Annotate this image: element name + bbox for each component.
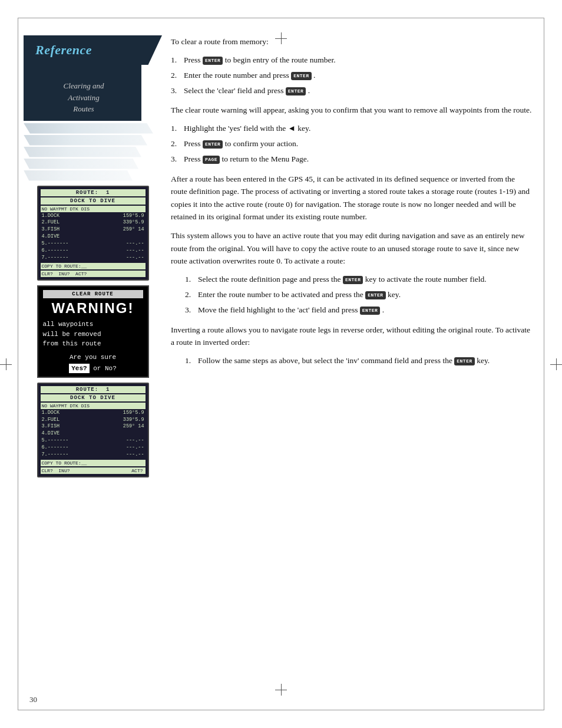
gps-row: 7.----------.--: [41, 452, 146, 459]
gps-row: 5.----------.--: [41, 241, 146, 248]
clear-step-3: 3. Select the 'clear' field and press EN…: [171, 85, 533, 97]
enter-key-badge-2: ENTER: [291, 72, 312, 80]
warning-yes: Yes?: [69, 364, 89, 373]
sidebar: Reference Clearing and Activating Routes…: [24, 0, 162, 728]
gps-col-header-2: NO WAYPMT DTK DIS: [41, 403, 146, 409]
gps-row: 3.FISH259° 14: [41, 423, 146, 430]
gps-row: 6.----------.--: [41, 248, 146, 255]
gps-screen-1: ROUTE: 1 DOCK TO DIVE NO WAYPMT DTK DIS …: [37, 186, 149, 281]
invert-intro: Inverting a route allows you to navigate…: [171, 324, 533, 349]
sidebar-subtitle: Clearing and Activating Routes: [35, 80, 132, 115]
page-key-badge: PAGE: [203, 156, 220, 164]
gps-row: 3.FISH259° 14: [41, 226, 146, 233]
gps-screen-2-subtitle: DOCK TO DIVE: [41, 394, 146, 401]
sidebar-tab: Reference: [24, 35, 162, 65]
gps-footer-2: CLR? INU? ACT?: [41, 271, 146, 277]
gps-row: 5.----------.--: [41, 437, 146, 444]
page-border-left: [18, 18, 18, 710]
warning-question: Are you sure: [43, 354, 143, 361]
clear-steps-list: 1. Press ENTER to begin entry of the rou…: [171, 54, 533, 97]
gps-screen-1-subtitle: DOCK TO DIVE: [41, 197, 146, 205]
gps-col-header-1: NO WAYPMT DTK DIS: [41, 206, 146, 212]
clear-route-intro: To clear a route from memory:: [171, 35, 533, 48]
warning-title: WARNING!: [43, 301, 143, 316]
enter-key-badge-5: ENTER: [343, 276, 363, 284]
enter-key-badge: ENTER: [203, 57, 223, 65]
activate-step-2: 2. Enter the route number to be activate…: [185, 289, 533, 301]
crosshair-right: [550, 358, 562, 370]
gps-screen-1-title: ROUTE: 1: [41, 189, 146, 196]
gps-row: 2.FUEL339°5.9: [41, 219, 146, 226]
gps-row: 4.DIVE: [41, 233, 146, 241]
activate-step-1: 1. Select the route definition page and …: [185, 274, 533, 285]
page-border-right: [544, 18, 544, 710]
enter-key-badge-8: ENTER: [454, 357, 475, 365]
crosshair-left: [0, 358, 12, 370]
warning-no: or No?: [90, 365, 117, 372]
gps-row: 1.DOCK159°5.9: [41, 410, 146, 417]
main-content: To clear a route from memory: 1. Press E…: [171, 35, 533, 693]
activate-steps-list: 1. Select the route definition page and …: [185, 274, 533, 317]
confirm-step-2: 2. Press ENTER to confirm your action.: [171, 138, 533, 150]
clear-step-2: 2. Enter the route number and press ENTE…: [171, 70, 533, 81]
confirm-step-3: 3. Press PAGE to return to the Menu Page…: [171, 153, 533, 165]
enter-key-badge-7: ENTER: [360, 307, 381, 315]
gps-footer-3: COPY TO ROUTE:__: [41, 460, 146, 466]
gps-row: 2.FUEL339°5.9: [41, 417, 146, 424]
gps-row: 1.DOCK159°5.9: [41, 213, 146, 220]
activate-intro: After a route has been entered in the GP…: [171, 173, 533, 223]
warning-screen: CLEAR ROUTE WARNING! all waypoints will …: [37, 285, 149, 378]
warning-options: Yes? or No?: [43, 363, 143, 373]
enter-key-badge-6: ENTER: [365, 291, 386, 299]
confirm-steps-list: 1. Highlight the 'yes' field with the ◄ …: [171, 123, 533, 166]
gps-row: 6.----------.--: [41, 444, 146, 452]
invert-step-1: 1. Follow the same steps as above, but s…: [185, 355, 533, 367]
clear-step-1: 1. Press ENTER to begin entry of the rou…: [171, 54, 533, 66]
confirm-step-1: 1. Highlight the 'yes' field with the ◄ …: [171, 123, 533, 134]
invert-steps-list: 1. Follow the same steps as above, but s…: [185, 355, 533, 367]
enter-key-badge-4: ENTER: [203, 140, 223, 149]
gps-screen-2: ROUTE: 1 DOCK TO DIVE NO WAYPMT DTK DIS …: [37, 383, 149, 477]
gps-footer-1: COPY TO ROUTE:__: [41, 263, 146, 269]
activate-system-text: This system allows you to have an active…: [171, 229, 533, 268]
gps-screen-2-title: ROUTE: 1: [41, 386, 146, 393]
page-number: 30: [29, 695, 37, 704]
warning-header: CLEAR ROUTE: [43, 290, 143, 298]
enter-key-badge-3: ENTER: [286, 87, 306, 95]
gps-footer-4: CLR? INU? ACT?: [41, 467, 146, 474]
gps-row: 4.DIVE: [41, 430, 146, 437]
gps-row: 7.----------.--: [41, 255, 146, 262]
activate-step-3: 3. Move the field highlight to the 'act'…: [185, 304, 533, 316]
warning-description: The clear route warning will appear, ask…: [171, 104, 533, 117]
warning-body: all waypoints will be removed from this …: [43, 319, 143, 349]
sidebar-title: Reference: [35, 42, 153, 58]
